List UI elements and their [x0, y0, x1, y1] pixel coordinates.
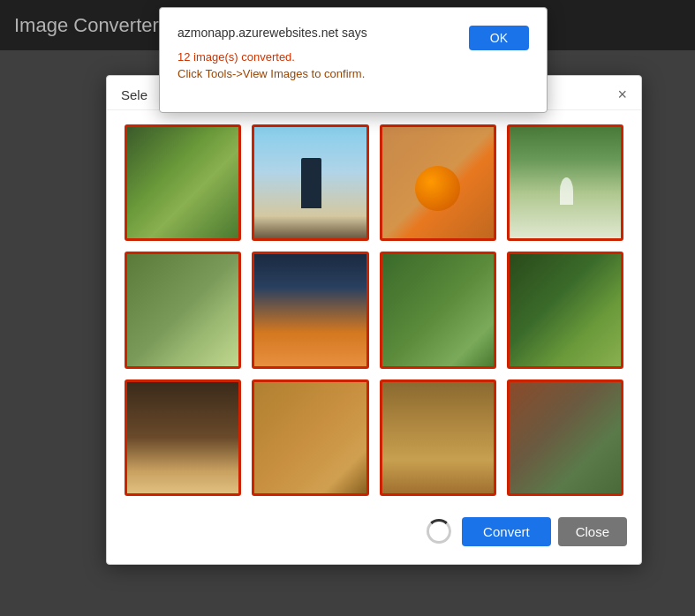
orange-circle: [415, 166, 460, 211]
image-cell-9[interactable]: [125, 379, 241, 496]
image-cell-2[interactable]: [252, 124, 368, 241]
image-cell-6[interactable]: [252, 252, 368, 368]
browser-dialog-line2: Click Tools->View Images to confirm.: [178, 67, 529, 80]
image-cell-10[interactable]: [252, 379, 368, 496]
image-cell-4[interactable]: [507, 124, 623, 241]
image-placeholder-4: [510, 127, 621, 238]
image-placeholder-10: [254, 382, 366, 493]
image-placeholder-2: [254, 127, 366, 238]
image-placeholder-8: [510, 254, 621, 365]
image-grid: [107, 110, 641, 510]
image-cell-11[interactable]: [380, 379, 496, 496]
image-cell-5[interactable]: [125, 252, 241, 368]
image-placeholder-11: [382, 382, 494, 493]
image-placeholder-7: [382, 254, 494, 365]
fountain-water: [560, 177, 573, 206]
image-cell-3[interactable]: [380, 124, 496, 241]
app-dialog: Sele ×: [106, 75, 642, 565]
image-placeholder-5: [127, 254, 238, 365]
convert-button[interactable]: Convert: [462, 517, 551, 546]
image-cell-7[interactable]: [380, 252, 496, 368]
image-cell-1[interactable]: [125, 124, 241, 241]
browser-dialog: azmonapp.azurewebsites.net says 12 image…: [159, 7, 548, 113]
image-cell-12[interactable]: [507, 379, 623, 496]
image-placeholder-12: [510, 382, 621, 493]
browser-dialog-ok-button[interactable]: OK: [469, 26, 529, 50]
image-placeholder-1: [127, 127, 238, 238]
browser-dialog-line1: 12 image(s) converted.: [178, 50, 529, 64]
browser-dialog-overlay: azmonapp.azurewebsites.net says 12 image…: [0, 0, 695, 616]
image-placeholder-9: [127, 382, 238, 493]
image-content-3: [382, 127, 494, 238]
app-dialog-title: Sele: [121, 87, 147, 102]
app-dialog-footer: Convert Close: [107, 510, 641, 550]
image-cell-8[interactable]: [507, 252, 623, 368]
image-placeholder-6: [254, 254, 366, 365]
close-button[interactable]: Close: [558, 517, 627, 546]
app-dialog-close-button[interactable]: ×: [617, 86, 627, 102]
loading-spinner: [427, 519, 451, 544]
